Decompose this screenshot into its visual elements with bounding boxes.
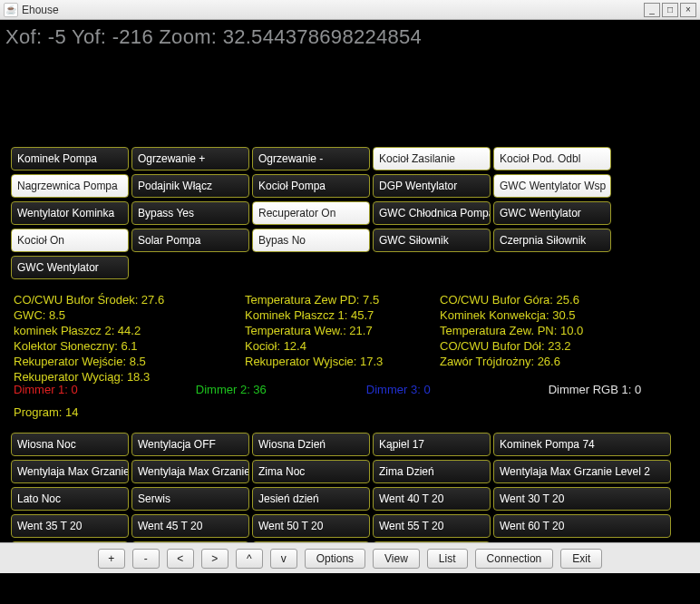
sensor-reading: CO/CWU Bufor Środek: 27.6 [14, 292, 245, 307]
pan-down-button[interactable]: v [270, 549, 297, 569]
control-button[interactable]: Ogrzewanie + [131, 147, 249, 170]
preset-button[interactable]: Jesień dzień [252, 487, 370, 511]
sensor-readings: CO/CWU Bufor Środek: 27.6GWC: 8.5kominek… [14, 292, 686, 385]
preset-button[interactable]: Wentylaja Max Grzanie Level 2 [493, 460, 671, 483]
sensor-reading: Kocioł: 12.4 [245, 338, 440, 354]
control-button[interactable]: Czerpnia Siłownik [493, 229, 611, 252]
control-button[interactable]: Kocioł Zasilanie [373, 147, 491, 170]
control-button[interactable]: Kocioł Pod. Odbl [493, 147, 611, 170]
minimize-button[interactable]: _ [644, 3, 660, 17]
control-button[interactable]: Nagrzewnica Pompa [11, 174, 129, 198]
preset-button[interactable]: Went 35 T 20 [11, 514, 129, 538]
control-button[interactable]: Bypas No [252, 229, 370, 252]
program-line: Program: 14 [14, 405, 79, 419]
preset-button[interactable]: Went 55 T 20 [373, 514, 491, 538]
sensor-reading: Kominek Konwekcja: 30.5 [440, 307, 583, 323]
sensor-reading: Rekuperator Wejście: 8.5 [14, 354, 245, 369]
control-button[interactable]: Bypass Yes [131, 201, 249, 225]
dimmer-readings: Dimmer 1: 0 Dimmer 2: 36 Dimmer 3: 0 Dim… [14, 383, 691, 396]
list-button[interactable]: List [427, 549, 468, 569]
preset-button[interactable]: Wiosna Noc [11, 433, 129, 456]
sensor-reading: kominek Płaszcz 2: 44.2 [14, 323, 245, 338]
preset-button[interactable]: Zima Dzień [373, 460, 491, 483]
window-title: Ehouse [22, 4, 59, 16]
sensor-reading: Temperatura Wew.: 21.7 [245, 323, 440, 338]
preset-button[interactable]: Went 50 T 20 [252, 514, 370, 538]
sensor-reading: CO/CWU Bufor Góra: 25.6 [440, 292, 583, 307]
preset-button[interactable]: Serwis [131, 487, 249, 511]
preset-button[interactable]: Went 40 T 20 [373, 487, 491, 511]
control-button[interactable]: GWC Wentylator Wsp [493, 174, 611, 198]
maximize-button[interactable]: □ [662, 3, 678, 17]
status-line: Xof: -5 Yof: -216 Zoom: 32.5443786982248… [5, 25, 422, 49]
control-button[interactable]: GWC Chłodnica Pompa [373, 201, 491, 225]
controls-grid: Kominek PompaOgrzewanie +Ogrzewanie -Koc… [11, 147, 611, 279]
sensor-reading: Kolektor Słoneczny: 6.1 [14, 338, 245, 354]
pan-up-button[interactable]: ^ [236, 549, 263, 569]
preset-button[interactable]: Zima Noc [252, 460, 370, 483]
preset-button[interactable]: Wentylaja Max Grzanie L [131, 460, 249, 483]
control-button[interactable]: Podajnik Włącz [131, 174, 249, 198]
zoom-out-button[interactable]: - [132, 549, 160, 569]
pan-left-button[interactable]: < [167, 549, 194, 569]
control-button[interactable]: GWC Wentylator [493, 201, 611, 225]
preset-button[interactable]: Lato Noc [11, 487, 129, 511]
exit-button[interactable]: Exit [560, 549, 602, 569]
sensor-reading: CO/CWU Bufor Dół: 23.2 [440, 338, 583, 354]
control-button[interactable]: Kocioł Pompa [252, 174, 370, 198]
pan-right-button[interactable]: > [201, 549, 228, 569]
control-button[interactable]: Solar Pompa [131, 229, 249, 252]
control-button[interactable]: GWC Wentylator [11, 256, 129, 279]
control-button[interactable]: Kominek Pompa [11, 147, 129, 170]
dimmer-rgb-1: Dimmer RGB 1: 0 [549, 383, 642, 396]
bottom-toolbar: + - < > ^ v Options View List Connection… [0, 542, 700, 573]
preset-button[interactable]: Wiosna Dzień [252, 433, 370, 456]
control-button[interactable]: Recuperator On [252, 201, 370, 225]
sensor-reading: Temperatura Zew. PN: 10.0 [440, 323, 583, 338]
sensor-reading: Temperatura Zew PD: 7.5 [245, 292, 440, 307]
preset-button[interactable]: Wentylaja Max Grzanie [11, 460, 129, 483]
window-titlebar: ☕ Ehouse _ □ × [0, 0, 700, 20]
control-button[interactable]: Kocioł On [11, 229, 129, 252]
java-icon: ☕ [4, 3, 18, 17]
options-button[interactable]: Options [305, 549, 365, 569]
dimmer-1: Dimmer 1: 0 [14, 383, 78, 396]
preset-button[interactable]: Kominek Pompa 74 [493, 433, 671, 456]
control-button[interactable]: GWC Siłownik [373, 229, 491, 252]
app-body: Xof: -5 Yof: -216 Zoom: 32.5443786982248… [0, 20, 700, 573]
sensor-reading: Zawór Trójdrożny: 26.6 [440, 354, 583, 369]
control-button[interactable]: Ogrzewanie - [252, 147, 370, 170]
sensor-reading: GWC: 8.5 [14, 307, 245, 323]
preset-button[interactable]: Wentylacja OFF [131, 433, 249, 456]
view-button[interactable]: View [373, 549, 420, 569]
connection-button[interactable]: Connection [475, 549, 554, 569]
preset-button[interactable]: Went 60 T 20 [493, 514, 671, 538]
zoom-in-button[interactable]: + [98, 549, 125, 569]
control-button[interactable]: Wentylator Kominka [11, 201, 129, 225]
sensor-reading: Rekuperator Wyjscie: 17.3 [245, 354, 440, 369]
dimmer-2: Dimmer 2: 36 [196, 383, 267, 396]
preset-button[interactable]: Kąpiel 17 [373, 433, 491, 456]
preset-button[interactable]: Went 45 T 20 [131, 514, 249, 538]
dimmer-3: Dimmer 3: 0 [366, 383, 431, 396]
preset-button[interactable]: Went 30 T 20 [493, 487, 671, 511]
sensor-reading: Kominek Płaszcz 1: 45.7 [245, 307, 440, 323]
control-button[interactable]: DGP Wentylator [373, 174, 491, 198]
close-button[interactable]: × [680, 3, 696, 17]
